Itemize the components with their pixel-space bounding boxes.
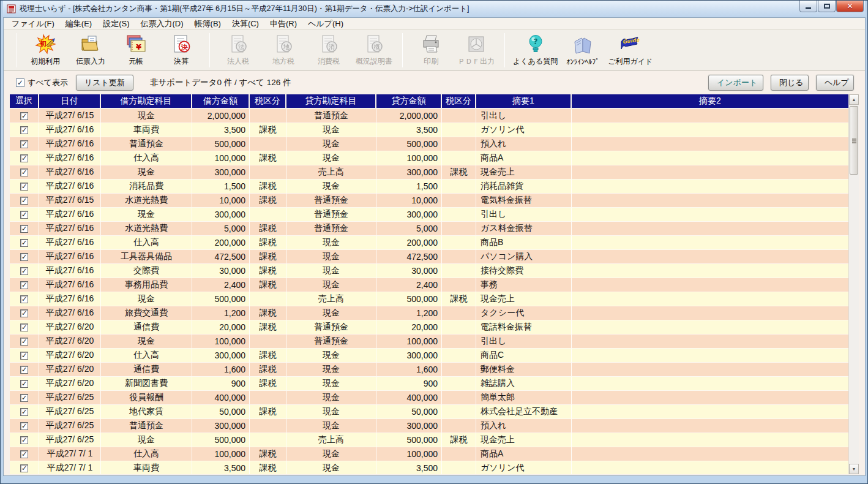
debit-tax-cell: 課税 xyxy=(250,461,286,474)
menu-item-help[interactable]: ヘルプ(H) xyxy=(302,17,349,31)
row-checkbox[interactable]: ✓ xyxy=(20,380,28,388)
header-date: 日付 xyxy=(39,94,101,109)
credit-account-cell: 普通預金 xyxy=(286,208,376,222)
row-checkbox[interactable]: ✓ xyxy=(20,323,28,331)
debit-account-cell: 仕入高 xyxy=(101,151,192,165)
row-checkbox[interactable]: ✓ xyxy=(20,464,28,472)
table-row[interactable]: ✓ 平成27/ 6/16 現金 300,000 売上高 300,000 課税 現… xyxy=(10,165,848,180)
row-checkbox[interactable]: ✓ xyxy=(20,183,28,191)
debit-amount-cell: 500,000 xyxy=(192,292,250,306)
credit-account-cell: 普通預金 xyxy=(286,194,376,208)
table-row[interactable]: ✓ 平成27/ 6/16 消耗品費 1,500 課税 現金 1,500 消耗品雑… xyxy=(10,180,848,194)
table-row[interactable]: ✓ 平成27/ 6/16 仕入高 100,000 課税 現金 100,000 商… xyxy=(10,151,848,165)
row-checkbox[interactable]: ✓ xyxy=(20,450,28,458)
row-checkbox[interactable]: ✓ xyxy=(20,267,28,275)
table-row[interactable]: ✓ 平成27/ 6/16 交際費 30,000 課税 現金 30,000 接待交… xyxy=(10,264,848,278)
table-row[interactable]: ✓ 平成27/ 6/16 現金 300,000 普通預金 300,000 引出し xyxy=(10,208,848,222)
row-checkbox[interactable]: ✓ xyxy=(20,295,28,303)
row-checkbox[interactable]: ✓ xyxy=(20,352,28,360)
credit-account-cell: 現金 xyxy=(286,377,376,391)
minimize-button[interactable] xyxy=(799,1,817,12)
row-checkbox[interactable]: ✓ xyxy=(20,309,28,317)
maximize-button[interactable] xyxy=(818,1,836,12)
table-row[interactable]: ✓ 平成27/ 7/ 1 仕入高 100,000 課税 現金 100,000 商… xyxy=(10,447,848,461)
memo1-cell: 預入れ xyxy=(476,419,572,433)
menu-item-books[interactable]: 帳簿(B) xyxy=(189,17,226,31)
table-row[interactable]: ✓ 平成27/ 6/15 水道光熱費 10,000 課税 普通預金 10,000… xyxy=(10,194,848,208)
help-button[interactable]: ヘルプ xyxy=(816,75,854,91)
credit-tax-cell xyxy=(442,137,476,151)
list-refresh-button[interactable]: リスト更新 xyxy=(76,75,133,91)
memo1-cell: 現金売上 xyxy=(476,433,572,447)
table-row[interactable]: ✓ 平成27/ 6/16 事務用品費 2,400 課税 現金 2,400 事務 xyxy=(10,278,848,292)
menu-item-voucher-entry[interactable]: 伝票入力(D) xyxy=(135,17,189,31)
menu-item-settings[interactable]: 設定(S) xyxy=(97,17,135,31)
table-row[interactable]: ✓ 平成27/ 6/16 車両費 3,500 課税 現金 3,500 ガソリン代 xyxy=(10,123,848,137)
row-checkbox[interactable]: ✓ xyxy=(20,253,28,261)
check-mark-icon: ✓ xyxy=(17,79,23,86)
close-dialog-button[interactable]: 閉じる xyxy=(771,75,809,91)
row-checkbox[interactable]: ✓ xyxy=(20,394,28,402)
table-row[interactable]: ✓ 平成27/ 7/ 1 車両費 3,500 課税 現金 3,500 ガソリン代 xyxy=(10,461,848,474)
row-checkbox[interactable]: ✓ xyxy=(20,225,28,233)
debit-account-cell: 普通預金 xyxy=(101,137,192,151)
row-checkbox[interactable]: ✓ xyxy=(20,154,28,162)
table-row[interactable]: ✓ 平成27/ 6/20 現金 100,000 普通預金 100,000 引出し xyxy=(10,335,848,349)
toolbar-online-help-button[interactable]: ｵﾝﾗｲﾝﾍﾙﾌﾟ xyxy=(560,34,605,67)
vertical-scrollbar[interactable]: ▲ ▼ xyxy=(848,94,859,474)
row-select-cell: ✓ xyxy=(10,236,39,250)
table-row[interactable]: ✓ 平成27/ 6/25 普通預金 300,000 現金 300,000 預入れ xyxy=(10,419,848,433)
toolbar-closing-button[interactable]: 決決算 xyxy=(159,32,204,68)
debit-tax-cell: 課税 xyxy=(250,194,286,208)
toolbar-initial-use-button[interactable]: 初初期利用 xyxy=(23,32,68,68)
memo1-cell: 預入れ xyxy=(476,137,572,151)
table-row[interactable]: ✓ 平成27/ 6/20 通信費 20,000 課税 普通預金 20,000 電… xyxy=(10,320,848,335)
table-row[interactable]: ✓ 平成27/ 6/16 旅費交通費 1,200 課税 現金 1,200 タクシ… xyxy=(10,306,848,320)
table-row[interactable]: ✓ 平成27/ 6/16 工具器具備品 472,500 課税 現金 472,50… xyxy=(10,250,848,264)
row-checkbox[interactable]: ✓ xyxy=(20,436,28,444)
row-checkbox[interactable]: ✓ xyxy=(20,239,28,247)
menu-item-tax-return[interactable]: 申告(R) xyxy=(264,17,302,31)
toolbar-faq-button[interactable]: ?よくある質問 xyxy=(511,32,560,68)
table-row[interactable]: ✓ 平成27/ 6/25 役員報酬 400,000 現金 400,000 簡単太… xyxy=(10,391,848,405)
import-button[interactable]: インポート xyxy=(708,75,763,91)
row-checkbox[interactable]: ✓ xyxy=(20,408,28,416)
table-row[interactable]: ✓ 平成27/ 6/16 現金 500,000 売上高 500,000 課税 現… xyxy=(10,292,848,306)
scrollbar-thumb[interactable] xyxy=(850,106,858,175)
row-checkbox[interactable]: ✓ xyxy=(20,366,28,374)
menu-item-edit[interactable]: 編集(E) xyxy=(60,17,97,31)
menu-item-closing[interactable]: 決算(C) xyxy=(226,17,264,31)
scroll-up-button[interactable]: ▲ xyxy=(849,94,859,105)
row-checkbox[interactable]: ✓ xyxy=(20,281,28,289)
table-row[interactable]: ✓ 平成27/ 6/25 現金 500,000 売上高 500,000 課税 現… xyxy=(10,433,848,447)
svg-text:法: 法 xyxy=(238,43,244,50)
table-row[interactable]: ✓ 平成27/ 6/20 通信費 1,600 課税 現金 1,600 郵便料金 xyxy=(10,363,848,377)
table-row[interactable]: ✓ 平成27/ 6/20 仕入高 300,000 課税 現金 300,000 商… xyxy=(10,349,848,363)
toolbar-voucher-entry-button[interactable]: 伝票入力 xyxy=(68,32,113,68)
show-all-checkbox[interactable]: ✓ xyxy=(16,78,24,87)
toolbar-user-guide-button[interactable]: Guideご利用ガイド xyxy=(605,32,655,68)
table-row[interactable]: ✓ 平成27/ 6/16 普通預金 500,000 現金 500,000 預入れ xyxy=(10,137,848,151)
credit-account-cell: 現金 xyxy=(286,151,376,165)
row-checkbox[interactable]: ✓ xyxy=(20,168,28,176)
table-row[interactable]: ✓ 平成27/ 6/16 仕入高 200,000 課税 現金 200,000 商… xyxy=(10,236,848,250)
row-checkbox[interactable]: ✓ xyxy=(20,422,28,430)
row-checkbox[interactable]: ✓ xyxy=(20,140,28,148)
table-row[interactable]: ✓ 平成27/ 6/15 現金 2,000,000 普通預金 2,000,000… xyxy=(10,109,848,123)
close-button[interactable]: ✕ xyxy=(836,1,864,12)
debit-tax-cell xyxy=(250,165,286,180)
row-checkbox[interactable]: ✓ xyxy=(20,338,28,346)
row-select-cell: ✓ xyxy=(10,447,39,461)
table-row[interactable]: ✓ 平成27/ 6/20 新聞図書費 900 課税 現金 900 雑誌購入 xyxy=(10,377,848,391)
credit-amount-cell: 400,000 xyxy=(376,391,442,405)
toolbar-ledger-button[interactable]: ¥元帳 xyxy=(113,32,159,68)
credit-tax-cell xyxy=(442,320,476,335)
menu-item-file[interactable]: ファイル(F) xyxy=(6,17,60,31)
row-checkbox[interactable]: ✓ xyxy=(20,126,28,134)
scroll-down-button[interactable]: ▼ xyxy=(849,464,859,474)
table-row[interactable]: ✓ 平成27/ 6/16 水道光熱費 5,000 課税 普通預金 5,000 ガ… xyxy=(10,222,848,236)
row-checkbox[interactable]: ✓ xyxy=(20,112,28,120)
row-checkbox[interactable]: ✓ xyxy=(20,211,28,219)
table-row[interactable]: ✓ 平成27/ 6/25 地代家賃 50,000 課税 現金 50,000 株式… xyxy=(10,405,848,419)
row-checkbox[interactable]: ✓ xyxy=(20,197,28,205)
